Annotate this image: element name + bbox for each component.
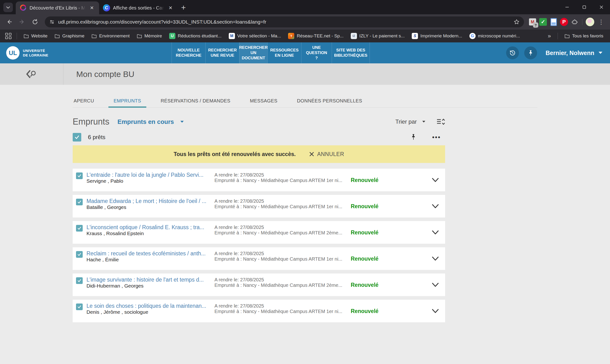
bookmark-folder-memoire[interactable]: Mémoire xyxy=(134,32,164,40)
nav-rechercher-une-revue[interactable]: RECHERCHER UNE REVUE xyxy=(205,42,239,63)
loan-author: Denis , Jérôme , sociologue xyxy=(87,309,148,315)
new-tab-button[interactable]: + xyxy=(181,3,186,12)
loan-title-link[interactable]: L'inconscient optique / Rosalind E. Krau… xyxy=(87,224,213,231)
loan-title-link[interactable]: Reclaim : recueil de textes écoféministe… xyxy=(87,250,213,257)
close-window-button[interactable] xyxy=(593,0,610,14)
loan-title-link[interactable]: Madame Edwarda ; Le mort ; Histoire de l… xyxy=(87,198,213,204)
sort-by-dropdown[interactable]: Trier par xyxy=(395,118,426,125)
loan-title-link[interactable]: L'image survivante : histoire de l'art e… xyxy=(87,277,213,283)
pin-selection-button[interactable] xyxy=(410,134,416,141)
bookmark-votre-selection[interactable]: M Votre sélection - Ma... xyxy=(226,32,284,40)
tab-title: Découverte d'Ex Libris - Mon co xyxy=(29,5,86,11)
nav-une-question[interactable]: UNE QUESTION ? xyxy=(301,42,332,63)
bookmark-imprimerie[interactable]: S Imprimerie Modern... xyxy=(409,32,464,40)
bookmark-reductions[interactable]: U Réductions étudiant... xyxy=(167,32,224,40)
extensions-puzzle-icon[interactable] xyxy=(570,18,579,26)
browser-menu-button[interactable]: ⋮ xyxy=(596,18,606,26)
close-icon[interactable]: ✕ xyxy=(88,4,95,11)
search-history-button[interactable] xyxy=(506,46,519,59)
select-all-checkbox[interactable] xyxy=(73,133,81,142)
bookmark-folder-website[interactable]: Website xyxy=(21,32,50,40)
apps-grid-icon[interactable] xyxy=(4,32,13,40)
loan-row: L'inconscient optique / Rosalind E. Krau… xyxy=(73,221,445,244)
browser-tab-canva[interactable]: C Affiche des sorties - Canva ✕ xyxy=(99,1,178,14)
nav-ressources-en-ligne[interactable]: RESSOURCES EN LIGNE xyxy=(267,42,301,63)
tab-search-button[interactable] xyxy=(3,3,13,12)
document-extension-icon[interactable] xyxy=(549,18,558,26)
bookmark-reseau-tee[interactable]: T Réseau-TEE.net - Sp... xyxy=(286,32,346,40)
tab-messages[interactable]: MESSAGES xyxy=(249,96,278,107)
loan-location: Emprunté à : Nancy - Médiathèque Campus … xyxy=(214,256,342,261)
nav-nouvelle-recherche[interactable]: NOUVELLE RECHERCHE xyxy=(171,42,205,63)
expand-loan-button[interactable] xyxy=(432,283,439,287)
bookmark-microscope[interactable]: G microscope numéri... xyxy=(467,32,522,40)
sort-order-button[interactable] xyxy=(437,118,445,126)
minimize-icon xyxy=(565,5,570,10)
loan-checkbox[interactable] xyxy=(76,172,83,179)
loan-checkbox[interactable] xyxy=(76,303,83,310)
tab-apercu[interactable]: APERCU xyxy=(73,96,95,107)
nav-rechercher-un-document[interactable]: RECHERCHER UN DOCUMENT xyxy=(239,42,267,63)
history-icon xyxy=(509,49,516,56)
university-logo[interactable]: UL UNIVERSITÉ DE LORRAINE xyxy=(0,42,171,63)
chevron-down-icon xyxy=(432,204,439,209)
loans-section: Emprunts Emprunts en cours Trier par 6 p… xyxy=(73,117,445,322)
chevron-down-icon xyxy=(432,256,439,261)
profile-avatar[interactable] xyxy=(586,18,594,26)
loan-checkbox[interactable] xyxy=(76,225,83,232)
maximize-button[interactable] xyxy=(576,0,593,14)
address-bar[interactable]: udl.primo.exlibrisgroup.com/discovery/ac… xyxy=(45,16,524,27)
loan-title-link[interactable]: Le soin des choses : politiques de la ma… xyxy=(87,303,213,309)
tab-emprunts[interactable]: EMPRUNTS xyxy=(113,96,142,107)
bookmark-star-icon[interactable] xyxy=(514,19,520,25)
site-settings-icon[interactable] xyxy=(49,19,55,25)
nav-site-web-bibliotheques[interactable]: SITE WEB DES BIBLIOTHÈQUES xyxy=(332,42,370,63)
tab-donnees-personnelles[interactable]: DONNÉES PERSONNELLES xyxy=(296,96,363,107)
loan-checkbox[interactable] xyxy=(76,251,83,258)
bookmark-izly[interactable]: IZ IZLY - Le paiement s... xyxy=(348,32,407,40)
reload-button[interactable] xyxy=(29,16,40,27)
mail-extension-icon[interactable]: M ? xyxy=(528,18,537,26)
checker-extension-icon[interactable]: ✓ xyxy=(539,18,547,26)
back-button[interactable] xyxy=(4,16,15,27)
expand-loan-button[interactable] xyxy=(432,230,439,235)
loan-author: Bataille , Georges xyxy=(87,204,126,210)
expand-loan-button[interactable] xyxy=(432,309,439,313)
bookmark-folder-graphisme[interactable]: Graphisme xyxy=(52,32,87,40)
check-icon xyxy=(77,252,81,257)
pinterest-extension-icon[interactable]: P xyxy=(560,18,568,26)
expand-loan-button[interactable] xyxy=(432,256,439,261)
close-icon xyxy=(309,152,314,157)
url-text[interactable]: udl.primo.exlibrisgroup.com/discovery/ac… xyxy=(58,19,510,25)
all-favorites-button[interactable]: Tous les favoris xyxy=(562,32,606,40)
loan-row: L'image survivante : histoire de l'art e… xyxy=(73,273,445,296)
loan-title-link[interactable]: L'entraide : l'autre loi de la jungle / … xyxy=(87,172,213,178)
close-icon[interactable]: ✕ xyxy=(167,4,174,11)
pinned-items-button[interactable] xyxy=(524,46,537,59)
browser-tab-exlibris[interactable]: Découverte d'Ex Libris - Mon co ✕ xyxy=(16,1,99,14)
loan-row: L'entraide : l'autre loi de la jungle / … xyxy=(73,169,445,191)
forward-button[interactable] xyxy=(17,16,28,27)
bookmarks-divider xyxy=(17,33,17,39)
expand-loan-button[interactable] xyxy=(432,204,439,209)
loan-checkbox[interactable] xyxy=(76,277,83,284)
pushpin-icon xyxy=(410,134,416,141)
bookmarks-overflow-button[interactable]: » xyxy=(545,33,553,39)
loan-due-date: A rendre le: 27/08/2025 xyxy=(214,172,264,178)
expand-loan-button[interactable] xyxy=(432,178,439,182)
loan-checkbox[interactable] xyxy=(76,199,83,205)
user-menu-button[interactable]: Bernier, Nolwenn xyxy=(546,50,603,56)
loan-due-date: A rendre le: 27/08/2025 xyxy=(214,251,264,256)
cancel-renewal-button[interactable]: ANNULER xyxy=(309,151,344,157)
section-title: Emprunts xyxy=(73,117,109,127)
more-actions-button[interactable]: ••• xyxy=(432,134,441,141)
loans-filter-dropdown[interactable]: Emprunts en cours xyxy=(117,118,184,126)
loan-author: Hache , Émilie xyxy=(87,257,119,262)
tab-reservations-demandes[interactable]: RÉSERVATIONS / DEMANDES xyxy=(160,96,231,107)
page-title: Mon compte BU xyxy=(63,63,134,85)
bookmark-folder-environnement[interactable]: Environnement xyxy=(89,32,132,40)
folder-icon xyxy=(137,34,142,38)
minimize-button[interactable] xyxy=(558,0,576,14)
loan-author: Krauss , Rosalind Epstein xyxy=(87,231,144,236)
back-to-search-button[interactable] xyxy=(26,69,38,79)
